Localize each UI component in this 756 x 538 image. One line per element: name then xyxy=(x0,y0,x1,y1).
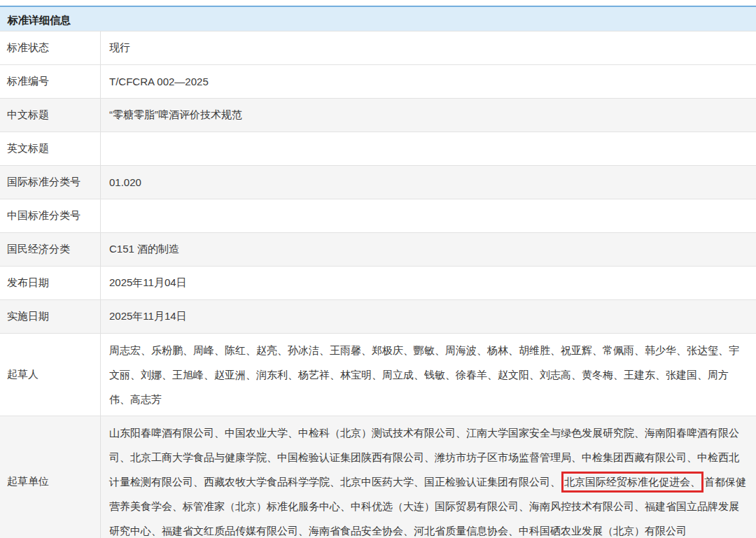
row-value: 现行 xyxy=(101,31,756,64)
row-label: 中文标题 xyxy=(0,99,101,132)
row-label: 起草人 xyxy=(0,334,101,416)
table-row-publish-date: 发布日期 2025年11月04日 xyxy=(0,267,756,300)
row-value: C151 酒的制造 xyxy=(101,233,756,266)
table-row-ics-number: 国际标准分类号 01.020 xyxy=(0,166,756,199)
row-value xyxy=(101,132,756,165)
row-label: 标准编号 xyxy=(0,65,101,98)
table-row-implementation-date: 实施日期 2025年11月14日 xyxy=(0,300,756,334)
row-label: 发布日期 xyxy=(0,267,101,299)
row-value: T/CFCRA 002—2025 xyxy=(101,65,756,98)
row-label: 国民经济分类 xyxy=(0,233,101,266)
row-label: 实施日期 xyxy=(0,300,101,333)
row-label: 国际标准分类号 xyxy=(0,166,101,199)
row-value: 周志宏、乐粉鹏、周峰、陈红、赵亮、孙冰洁、王雨馨、郑极庆、酆敏、周海波、杨林、胡… xyxy=(101,334,756,416)
row-value: “零糖零脂”啤酒评价技术规范 xyxy=(101,99,756,132)
row-label: 标准状态 xyxy=(0,31,101,64)
table-row-ccs-number: 中国标准分类号 xyxy=(0,199,756,233)
row-value xyxy=(101,199,756,232)
panel-title: 标准详细信息 xyxy=(0,6,756,31)
row-value: 01.020 xyxy=(101,166,756,199)
row-label: 英文标题 xyxy=(0,132,101,165)
table-row-drafters: 起草人 周志宏、乐粉鹏、周峰、陈红、赵亮、孙冰洁、王雨馨、郑极庆、酆敏、周海波、… xyxy=(0,334,756,416)
table-row-standard-number: 标准编号 T/CFCRA 002—2025 xyxy=(0,65,756,99)
highlighted-organization: 北京国际经贸标准化促进会、 xyxy=(561,472,704,493)
row-value: 2025年11月14日 xyxy=(101,300,756,333)
standard-detail-panel: 标准详细信息 标准状态 现行 标准编号 T/CFCRA 002—2025 中文标… xyxy=(0,0,756,538)
table-row-drafting-units: 起草单位 山东阳春啤酒有限公司、中国农业大学、中检科（北京）测试技术有限公司、江… xyxy=(0,416,756,538)
row-value: 山东阳春啤酒有限公司、中国农业大学、中检科（北京）测试技术有限公司、江南大学国家… xyxy=(101,416,756,538)
row-label: 中国标准分类号 xyxy=(0,199,101,232)
row-label: 起草单位 xyxy=(0,416,101,538)
table-row-standard-status: 标准状态 现行 xyxy=(0,31,756,65)
row-value: 2025年11月04日 xyxy=(101,267,756,299)
table-row-economic-classification: 国民经济分类 C151 酒的制造 xyxy=(0,233,756,267)
table-row-chinese-title: 中文标题 “零糖零脂”啤酒评价技术规范 xyxy=(0,99,756,132)
table-row-english-title: 英文标题 xyxy=(0,132,756,166)
